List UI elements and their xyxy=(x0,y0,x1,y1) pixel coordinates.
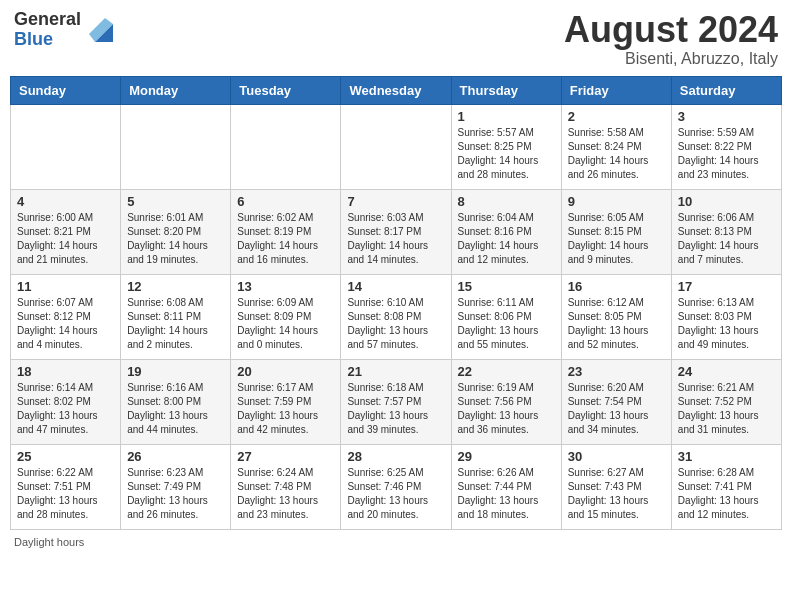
day-number: 16 xyxy=(568,279,665,294)
calendar-header-row: SundayMondayTuesdayWednesdayThursdayFrid… xyxy=(11,76,782,104)
day-number: 1 xyxy=(458,109,555,124)
day-number: 5 xyxy=(127,194,224,209)
calendar-cell: 12Sunrise: 6:08 AMSunset: 8:11 PMDayligh… xyxy=(121,274,231,359)
calendar-cell: 26Sunrise: 6:23 AMSunset: 7:49 PMDayligh… xyxy=(121,444,231,529)
day-info: Sunrise: 6:01 AMSunset: 8:20 PMDaylight:… xyxy=(127,211,224,267)
day-number: 28 xyxy=(347,449,444,464)
day-info: Sunrise: 6:03 AMSunset: 8:17 PMDaylight:… xyxy=(347,211,444,267)
day-number: 14 xyxy=(347,279,444,294)
weekday-header-sunday: Sunday xyxy=(11,76,121,104)
day-number: 30 xyxy=(568,449,665,464)
day-number: 19 xyxy=(127,364,224,379)
day-info: Sunrise: 6:22 AMSunset: 7:51 PMDaylight:… xyxy=(17,466,114,522)
calendar-cell: 3Sunrise: 5:59 AMSunset: 8:22 PMDaylight… xyxy=(671,104,781,189)
day-number: 26 xyxy=(127,449,224,464)
calendar-cell xyxy=(341,104,451,189)
day-number: 23 xyxy=(568,364,665,379)
day-number: 29 xyxy=(458,449,555,464)
weekday-header-saturday: Saturday xyxy=(671,76,781,104)
day-number: 17 xyxy=(678,279,775,294)
day-number: 12 xyxy=(127,279,224,294)
calendar-cell: 18Sunrise: 6:14 AMSunset: 8:02 PMDayligh… xyxy=(11,359,121,444)
day-number: 24 xyxy=(678,364,775,379)
weekday-header-monday: Monday xyxy=(121,76,231,104)
day-info: Sunrise: 6:25 AMSunset: 7:46 PMDaylight:… xyxy=(347,466,444,522)
calendar-week-4: 18Sunrise: 6:14 AMSunset: 8:02 PMDayligh… xyxy=(11,359,782,444)
day-info: Sunrise: 6:20 AMSunset: 7:54 PMDaylight:… xyxy=(568,381,665,437)
day-info: Sunrise: 6:04 AMSunset: 8:16 PMDaylight:… xyxy=(458,211,555,267)
calendar-cell: 6Sunrise: 6:02 AMSunset: 8:19 PMDaylight… xyxy=(231,189,341,274)
calendar-cell: 1Sunrise: 5:57 AMSunset: 8:25 PMDaylight… xyxy=(451,104,561,189)
day-number: 11 xyxy=(17,279,114,294)
calendar-cell xyxy=(11,104,121,189)
day-number: 9 xyxy=(568,194,665,209)
calendar-cell: 8Sunrise: 6:04 AMSunset: 8:16 PMDaylight… xyxy=(451,189,561,274)
calendar-table: SundayMondayTuesdayWednesdayThursdayFrid… xyxy=(10,76,782,530)
day-number: 8 xyxy=(458,194,555,209)
calendar-cell: 15Sunrise: 6:11 AMSunset: 8:06 PMDayligh… xyxy=(451,274,561,359)
title-block: August 2024 Bisenti, Abruzzo, Italy xyxy=(564,10,778,68)
day-info: Sunrise: 6:17 AMSunset: 7:59 PMDaylight:… xyxy=(237,381,334,437)
calendar-week-3: 11Sunrise: 6:07 AMSunset: 8:12 PMDayligh… xyxy=(11,274,782,359)
day-info: Sunrise: 6:13 AMSunset: 8:03 PMDaylight:… xyxy=(678,296,775,352)
day-info: Sunrise: 6:08 AMSunset: 8:11 PMDaylight:… xyxy=(127,296,224,352)
calendar-cell: 23Sunrise: 6:20 AMSunset: 7:54 PMDayligh… xyxy=(561,359,671,444)
day-number: 18 xyxy=(17,364,114,379)
calendar-week-1: 1Sunrise: 5:57 AMSunset: 8:25 PMDaylight… xyxy=(11,104,782,189)
day-info: Sunrise: 6:09 AMSunset: 8:09 PMDaylight:… xyxy=(237,296,334,352)
page-header: General Blue August 2024 Bisenti, Abruzz… xyxy=(10,10,782,68)
calendar-cell: 31Sunrise: 6:28 AMSunset: 7:41 PMDayligh… xyxy=(671,444,781,529)
calendar-cell: 10Sunrise: 6:06 AMSunset: 8:13 PMDayligh… xyxy=(671,189,781,274)
calendar-cell: 25Sunrise: 6:22 AMSunset: 7:51 PMDayligh… xyxy=(11,444,121,529)
day-info: Sunrise: 5:58 AMSunset: 8:24 PMDaylight:… xyxy=(568,126,665,182)
calendar-cell: 14Sunrise: 6:10 AMSunset: 8:08 PMDayligh… xyxy=(341,274,451,359)
calendar-cell: 19Sunrise: 6:16 AMSunset: 8:00 PMDayligh… xyxy=(121,359,231,444)
day-number: 15 xyxy=(458,279,555,294)
calendar-cell: 30Sunrise: 6:27 AMSunset: 7:43 PMDayligh… xyxy=(561,444,671,529)
calendar-cell: 4Sunrise: 6:00 AMSunset: 8:21 PMDaylight… xyxy=(11,189,121,274)
calendar-cell: 20Sunrise: 6:17 AMSunset: 7:59 PMDayligh… xyxy=(231,359,341,444)
day-info: Sunrise: 6:00 AMSunset: 8:21 PMDaylight:… xyxy=(17,211,114,267)
calendar-cell: 7Sunrise: 6:03 AMSunset: 8:17 PMDaylight… xyxy=(341,189,451,274)
day-info: Sunrise: 6:02 AMSunset: 8:19 PMDaylight:… xyxy=(237,211,334,267)
day-number: 4 xyxy=(17,194,114,209)
day-info: Sunrise: 6:16 AMSunset: 8:00 PMDaylight:… xyxy=(127,381,224,437)
day-number: 27 xyxy=(237,449,334,464)
day-info: Sunrise: 6:14 AMSunset: 8:02 PMDaylight:… xyxy=(17,381,114,437)
day-number: 22 xyxy=(458,364,555,379)
calendar-week-2: 4Sunrise: 6:00 AMSunset: 8:21 PMDaylight… xyxy=(11,189,782,274)
footer-daylight: Daylight hours xyxy=(10,536,782,548)
day-info: Sunrise: 5:59 AMSunset: 8:22 PMDaylight:… xyxy=(678,126,775,182)
weekday-header-tuesday: Tuesday xyxy=(231,76,341,104)
day-info: Sunrise: 6:12 AMSunset: 8:05 PMDaylight:… xyxy=(568,296,665,352)
day-number: 2 xyxy=(568,109,665,124)
calendar-cell: 5Sunrise: 6:01 AMSunset: 8:20 PMDaylight… xyxy=(121,189,231,274)
weekday-header-thursday: Thursday xyxy=(451,76,561,104)
day-info: Sunrise: 6:21 AMSunset: 7:52 PMDaylight:… xyxy=(678,381,775,437)
day-number: 3 xyxy=(678,109,775,124)
weekday-header-wednesday: Wednesday xyxy=(341,76,451,104)
day-info: Sunrise: 6:06 AMSunset: 8:13 PMDaylight:… xyxy=(678,211,775,267)
logo-blue-text: Blue xyxy=(14,30,81,50)
day-number: 25 xyxy=(17,449,114,464)
day-info: Sunrise: 5:57 AMSunset: 8:25 PMDaylight:… xyxy=(458,126,555,182)
calendar-cell: 28Sunrise: 6:25 AMSunset: 7:46 PMDayligh… xyxy=(341,444,451,529)
day-number: 20 xyxy=(237,364,334,379)
location-subtitle: Bisenti, Abruzzo, Italy xyxy=(564,50,778,68)
day-number: 21 xyxy=(347,364,444,379)
day-number: 6 xyxy=(237,194,334,209)
calendar-cell xyxy=(231,104,341,189)
calendar-cell: 29Sunrise: 6:26 AMSunset: 7:44 PMDayligh… xyxy=(451,444,561,529)
day-info: Sunrise: 6:11 AMSunset: 8:06 PMDaylight:… xyxy=(458,296,555,352)
calendar-cell: 13Sunrise: 6:09 AMSunset: 8:09 PMDayligh… xyxy=(231,274,341,359)
day-number: 13 xyxy=(237,279,334,294)
day-info: Sunrise: 6:10 AMSunset: 8:08 PMDaylight:… xyxy=(347,296,444,352)
calendar-cell: 21Sunrise: 6:18 AMSunset: 7:57 PMDayligh… xyxy=(341,359,451,444)
logo: General Blue xyxy=(14,10,117,50)
calendar-cell: 11Sunrise: 6:07 AMSunset: 8:12 PMDayligh… xyxy=(11,274,121,359)
day-info: Sunrise: 6:28 AMSunset: 7:41 PMDaylight:… xyxy=(678,466,775,522)
weekday-header-friday: Friday xyxy=(561,76,671,104)
calendar-cell: 16Sunrise: 6:12 AMSunset: 8:05 PMDayligh… xyxy=(561,274,671,359)
month-year-title: August 2024 xyxy=(564,10,778,50)
calendar-week-5: 25Sunrise: 6:22 AMSunset: 7:51 PMDayligh… xyxy=(11,444,782,529)
